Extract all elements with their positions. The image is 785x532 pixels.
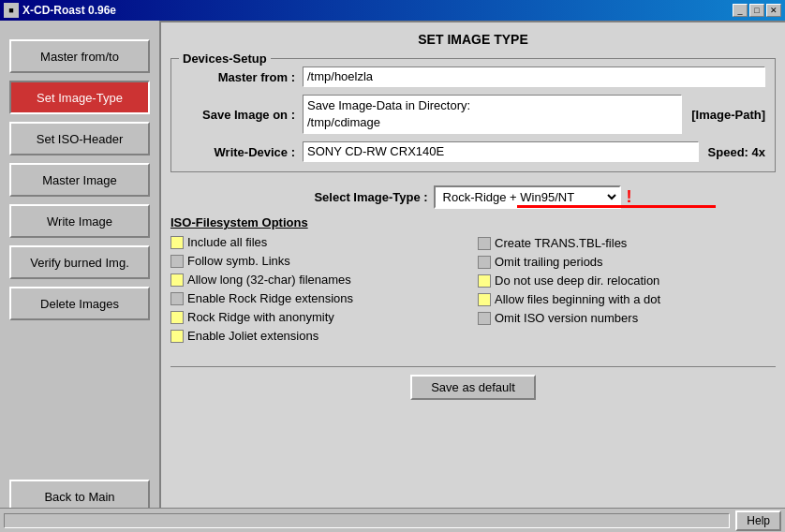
sidebar-btn-write-image[interactable]: Write Image (9, 204, 150, 238)
sidebar-btn-delete-images[interactable]: Delete Images (9, 287, 150, 320)
write-device-value: SONY CD-RW CRX140E (303, 141, 699, 162)
checkbox-create-trans-tbl-label: Create TRANS.TBL-files (495, 236, 627, 250)
checkbox-enable-joliet-label: Enable Joliet extensions (187, 329, 318, 343)
checkbox-omit-iso-version-icon[interactable] (478, 312, 491, 325)
page-title: SET IMAGE TYPE (170, 32, 776, 47)
checkbox-enable-joliet: Enable Joliet extensions (170, 329, 468, 343)
sidebar-btn-master-from-to[interactable]: Master from/to (9, 39, 150, 73)
checkbox-enable-rock-ridge-icon[interactable] (170, 292, 184, 305)
checkbox-omit-iso-version-label: Omit ISO version numbers (495, 311, 638, 325)
checkbox-enable-rock-ridge-label: Enable Rock Ridge extensions (187, 291, 353, 305)
sidebar-btn-set-image-type[interactable]: Set Image-Type (9, 81, 150, 114)
save-image-label: Save Image on : (181, 108, 303, 122)
checkbox-omit-trailing-periods-icon[interactable] (478, 256, 491, 269)
iso-left-col: ISO-Filesystem Options Include all files… (170, 215, 468, 347)
checkbox-include-all-files: Include all files (170, 235, 468, 249)
write-device-row: Write-Device : SONY CD-RW CRX140E Speed:… (181, 141, 765, 162)
save-image-value: Save Image-Data in Directory:/tmp/cdimag… (303, 95, 682, 134)
devices-setup-group: Devices-Setup Master from : /tmp/hoelzla… (170, 58, 776, 172)
checkbox-allow-long-filenames: Allow long (32-char) filenames (170, 273, 468, 287)
exclamation-icon: ! (627, 187, 632, 207)
checkbox-allow-dot-files-icon[interactable] (478, 293, 491, 306)
red-underline-decoration (517, 205, 716, 208)
master-from-row: Master from : /tmp/hoelzla (181, 66, 765, 87)
checkbox-no-deep-dir-reloc: Do not use deep dir. relocation (478, 273, 776, 288)
checkbox-rock-ridge-anonymity: Rock Ridge with anonymity (170, 310, 468, 324)
checkbox-omit-iso-version: Omit ISO version numbers (478, 311, 776, 325)
title-bar: ■ X-CD-Roast 0.96e _ □ ✕ (0, 0, 785, 21)
maximize-button[interactable]: □ (749, 4, 764, 17)
checkbox-omit-trailing-periods-label: Omit trailing periods (495, 255, 603, 269)
checkbox-allow-dot-files: Allow files beginning with a dot (478, 292, 776, 306)
checkbox-enable-rock-ridge: Enable Rock Ridge extensions (170, 291, 468, 305)
save-as-default-button[interactable]: Save as default (410, 375, 536, 400)
sidebar-btn-master-image[interactable]: Master Image (9, 163, 150, 197)
checkbox-enable-joliet-icon[interactable] (170, 330, 184, 343)
checkbox-no-deep-dir-reloc-icon[interactable] (478, 274, 491, 288)
checkbox-allow-long-filenames-label: Allow long (32-char) filenames (187, 273, 351, 287)
help-button[interactable]: Help (735, 510, 781, 531)
write-device-label: Write-Device : (181, 145, 303, 159)
checkbox-follow-symb-links-icon[interactable] (170, 255, 184, 268)
devices-setup-label: Devices-Setup (179, 52, 271, 66)
checkbox-follow-symb-links: Follow symb. Links (170, 254, 468, 268)
iso-right-col: Create TRANS.TBL-files Omit trailing per… (478, 215, 776, 347)
sidebar-btn-set-iso-header[interactable]: Set ISO-Header (9, 122, 150, 155)
iso-filesystem-section: ISO-Filesystem Options Include all files… (170, 215, 776, 347)
speed-label: Speed: 4x (708, 145, 765, 159)
content-area: SET IMAGE TYPE Devices-Setup Master from… (159, 21, 785, 532)
iso-group-label: ISO-Filesystem Options (170, 215, 468, 229)
status-bar: Help (0, 508, 785, 532)
app-icon: ■ (4, 3, 19, 18)
checkbox-follow-symb-links-label: Follow symb. Links (187, 254, 290, 268)
save-image-row: Save Image on : Save Image-Data in Direc… (181, 95, 765, 134)
minimize-button[interactable]: _ (733, 4, 748, 17)
master-from-value: /tmp/hoelzla (303, 66, 765, 87)
checkbox-include-all-files-icon[interactable] (170, 236, 184, 249)
checkbox-rock-ridge-anonymity-label: Rock Ridge with anonymity (187, 310, 334, 324)
progress-bar (4, 513, 730, 528)
sidebar: Master from/to Set Image-Type Set ISO-He… (0, 21, 159, 532)
checkbox-no-deep-dir-reloc-label: Do not use deep dir. relocation (495, 273, 659, 288)
checkbox-allow-long-filenames-icon[interactable] (170, 273, 184, 287)
checkbox-omit-trailing-periods: Omit trailing periods (478, 255, 776, 269)
select-image-type-label: Select Image-Type : (314, 190, 427, 204)
image-path-label: [Image-Path] (691, 108, 765, 122)
master-from-label: Master from : (181, 70, 303, 84)
close-button[interactable]: ✕ (766, 4, 781, 17)
checkbox-allow-dot-files-label: Allow files beginning with a dot (495, 292, 660, 306)
window-title: X-CD-Roast 0.96e (22, 4, 116, 17)
checkbox-create-trans-tbl: Create TRANS.TBL-files (478, 236, 776, 250)
checkbox-create-trans-tbl-icon[interactable] (478, 237, 491, 250)
sidebar-btn-verify-burned[interactable]: Verify burned Img. (9, 245, 150, 279)
checkbox-include-all-files-label: Include all files (187, 235, 267, 249)
checkbox-rock-ridge-anonymity-icon[interactable] (170, 311, 184, 324)
